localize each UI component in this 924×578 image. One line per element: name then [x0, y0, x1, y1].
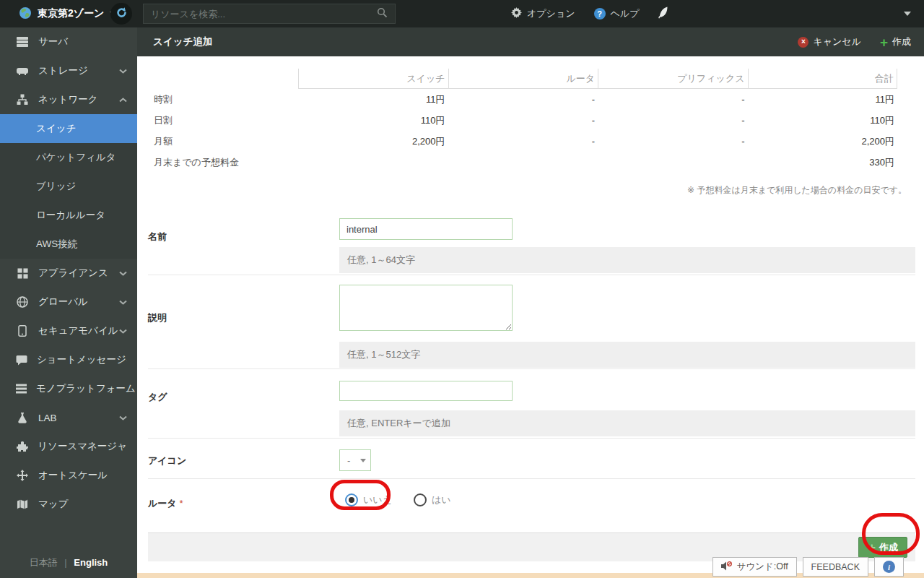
- pricing-col-total: 合計: [748, 69, 898, 89]
- feather-icon: [658, 7, 668, 21]
- network-submenu: スイッチ パケットフィルタ ブリッジ ローカルルータ AWS接続: [0, 114, 137, 259]
- zone-selector[interactable]: 東京第2ゾーン: [19, 0, 117, 27]
- sidebar-item-server[interactable]: サーバ: [0, 27, 137, 56]
- sidebar-item-mono-platform[interactable]: モノプラットフォーム: [0, 374, 137, 403]
- sidebar-item-appliance[interactable]: アプライアンス: [0, 259, 137, 288]
- refresh-button[interactable]: [110, 3, 132, 25]
- refresh-icon: [116, 7, 128, 21]
- cancel-button[interactable]: × キャンセル: [798, 35, 861, 48]
- autoscale-icon: [16, 470, 29, 481]
- tags-input[interactable]: [339, 381, 513, 401]
- icon-select-value: -: [347, 455, 350, 466]
- earth-icon: [19, 7, 32, 22]
- pricing-row-hourly: 時割 11円 - - 11円: [148, 89, 897, 110]
- sidebar-item-secure-mobile[interactable]: セキュアモバイル: [0, 316, 137, 345]
- footer-buttons: サウンド:Off FEEDBACK i: [712, 557, 904, 577]
- name-hint: 任意, 1～64文字: [339, 247, 915, 273]
- create-button-header[interactable]: + 作成: [880, 35, 911, 49]
- description-label: 説明: [148, 275, 339, 368]
- radio-unselected-icon: [414, 493, 427, 506]
- sound-toggle-button[interactable]: サウンド:Off: [712, 557, 797, 577]
- router-radio-no[interactable]: いいえ: [345, 493, 392, 506]
- name-input[interactable]: [339, 218, 513, 240]
- icon-select[interactable]: -: [339, 449, 371, 471]
- help-button[interactable]: ? ヘルプ: [594, 7, 640, 20]
- chevron-down-icon: [126, 358, 127, 363]
- options-label: オプション: [527, 7, 575, 20]
- message-icon: [16, 355, 27, 366]
- feedback-button[interactable]: FEEDBACK: [803, 557, 868, 577]
- sidebar-item-resource-manager[interactable]: リソースマネージャ: [0, 432, 137, 461]
- help-label: ヘルプ: [611, 7, 640, 20]
- icon-label: アイコン: [148, 439, 339, 478]
- create-button-bottom[interactable]: + 作成: [858, 537, 907, 558]
- chevron-down-icon: [119, 300, 127, 305]
- sidebar-item-lab[interactable]: LAB: [0, 403, 137, 432]
- chevron-down-icon: [119, 271, 127, 276]
- pricing-table: スイッチ ルータ プリフィックス 合計 時割 11円 - - 11円 日割 11…: [148, 69, 897, 173]
- lang-en[interactable]: English: [74, 557, 108, 568]
- pricing-row-estimate: 月末までの予想料金 330円: [148, 152, 897, 173]
- pricing-col-router: ルータ: [448, 69, 598, 89]
- cancel-icon: ×: [798, 37, 808, 48]
- search-input[interactable]: [144, 9, 377, 20]
- tags-hint: 任意, ENTERキーで追加: [339, 410, 915, 436]
- required-mark: *: [180, 498, 183, 509]
- form-row-icon: アイコン -: [148, 439, 915, 479]
- pricing-note: ※ 予想料金は月末まで利用した場合の料金の目安です。: [137, 184, 907, 197]
- pricing-col-prefix: プリフィックス: [598, 69, 748, 89]
- sidebar: サーバ ストレージ ネットワーク スイッチ パケットフィルタ ブリッジ ローカル…: [0, 27, 137, 578]
- network-icon: [16, 94, 29, 105]
- sidebar-item-local-router[interactable]: ローカルルータ: [0, 201, 137, 230]
- mobile-icon: [16, 325, 29, 337]
- pricing-row-daily: 日割 110円 - - 110円: [148, 110, 897, 131]
- chevron-down-icon: [119, 415, 127, 420]
- sidebar-item-network[interactable]: ネットワーク: [0, 85, 137, 114]
- chevron-down-icon: [119, 69, 127, 74]
- sidebar-item-global[interactable]: グローバル: [0, 288, 137, 316]
- language-switcher: 日本語 | English: [0, 556, 137, 569]
- topbar-actions: オプション ? ヘルプ: [511, 0, 668, 27]
- sidebar-item-bridge[interactable]: ブリッジ: [0, 172, 137, 201]
- description-textarea[interactable]: [339, 285, 513, 331]
- switch-form: 名前 任意, 1～64文字 説明 任意, 1～512文字 タグ 任意, ENTE…: [148, 209, 915, 522]
- zone-label: 東京第2ゾーン: [38, 7, 104, 20]
- sidebar-item-autoscale[interactable]: オートスケール: [0, 461, 137, 490]
- gear-icon: [511, 7, 522, 20]
- puzzle-icon: [16, 441, 28, 452]
- form-row-router: ルータ* いいえ はい: [148, 479, 915, 522]
- account-menu-caret[interactable]: [904, 12, 911, 16]
- pricing-header-row: スイッチ ルータ プリフィックス 合計: [148, 69, 897, 89]
- page-header: スイッチ追加 × キャンセル + 作成: [137, 27, 924, 56]
- sidebar-item-packet-filter[interactable]: パケットフィルタ: [0, 143, 137, 172]
- map-icon: [16, 499, 29, 509]
- chevron-down-icon: [360, 459, 366, 462]
- form-row-description: 説明 任意, 1～512文字: [148, 275, 915, 369]
- tags-label: タグ: [148, 369, 339, 438]
- page-title: スイッチ追加: [153, 35, 779, 48]
- platform-icon: [16, 384, 27, 394]
- search-icon: [377, 7, 388, 20]
- info-icon: i: [883, 561, 895, 573]
- server-icon: [16, 36, 29, 48]
- sidebar-item-switch[interactable]: スイッチ: [0, 114, 137, 143]
- lang-ja[interactable]: 日本語: [30, 557, 58, 568]
- plus-icon: +: [868, 541, 876, 554]
- radio-selected-icon: [345, 493, 358, 506]
- info-button[interactable]: i: [874, 557, 904, 577]
- sidebar-item-storage[interactable]: ストレージ: [0, 56, 137, 85]
- flask-icon: [16, 412, 29, 423]
- sidebar-item-short-message[interactable]: ショートメッセージ: [0, 345, 137, 374]
- description-hint: 任意, 1～512文字: [339, 342, 915, 368]
- appliance-icon: [16, 268, 29, 279]
- chevron-up-icon: [119, 98, 127, 103]
- pricing-col-switch: スイッチ: [298, 69, 448, 89]
- storage-icon: [16, 65, 29, 77]
- router-radio-yes[interactable]: はい: [414, 493, 451, 506]
- form-row-name: 名前 任意, 1～64文字: [148, 209, 915, 275]
- sidebar-item-aws-connect[interactable]: AWS接続: [0, 230, 137, 259]
- options-button[interactable]: オプション: [511, 7, 575, 20]
- main-panel: スイッチ追加 × キャンセル + 作成 スイッチ ルータ プリフィックス 合計 …: [137, 27, 924, 578]
- feather-button[interactable]: [658, 7, 668, 21]
- sidebar-item-map[interactable]: マップ: [0, 490, 137, 519]
